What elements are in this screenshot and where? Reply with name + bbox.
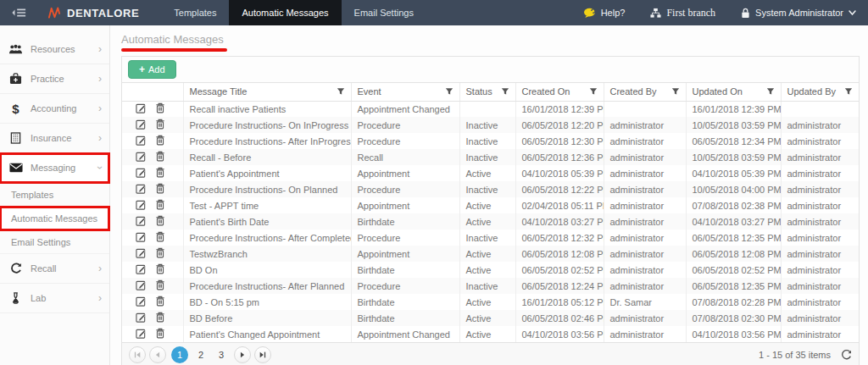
edit-button[interactable]: [136, 328, 147, 339]
sidebar-item-lab[interactable]: Lab ›: [0, 284, 109, 313]
edit-button[interactable]: [136, 215, 147, 226]
sidebar-item-practice[interactable]: Practice ›: [0, 64, 109, 94]
branch-selector[interactable]: First branch: [650, 7, 715, 19]
sidebar: Resources › Practice › $ Accounting ›: [0, 25, 110, 365]
sidebar-item-automatic-messages[interactable]: Automatic Messages: [0, 207, 109, 230]
delete-button[interactable]: [155, 312, 165, 323]
sidebar-item-resources[interactable]: Resources ›: [0, 35, 109, 64]
table-row: Patient's Changed AppointmentAppointment…: [122, 326, 859, 342]
edit-button[interactable]: [136, 167, 147, 178]
table-header-row: Message Title Event Status Created On Cr…: [122, 83, 859, 101]
cell-created-by: administrator: [604, 310, 686, 326]
filter-icon[interactable]: [445, 87, 453, 96]
edit-button[interactable]: [136, 102, 147, 113]
edit-button[interactable]: [136, 151, 147, 162]
page-number-3[interactable]: 3: [214, 346, 229, 363]
filter-icon[interactable]: [671, 87, 680, 96]
tab-templates[interactable]: Templates: [161, 0, 229, 25]
help-chat-icon: [583, 8, 596, 19]
cell-updated-by: administrator: [781, 133, 859, 149]
tab-automatic-messages[interactable]: Automatic Messages: [229, 0, 341, 25]
delete-button[interactable]: [155, 279, 165, 290]
cell-event: Birthdate: [351, 262, 459, 278]
filter-icon[interactable]: [337, 87, 345, 96]
trash-icon: [155, 328, 165, 339]
first-page-button[interactable]: [129, 346, 146, 363]
next-page-icon: [238, 351, 247, 359]
edit-button[interactable]: [136, 199, 147, 210]
refresh-button[interactable]: [841, 350, 852, 361]
delete-button[interactable]: [155, 296, 165, 307]
delete-button[interactable]: [155, 167, 165, 178]
delete-button[interactable]: [155, 119, 165, 130]
delete-button[interactable]: [155, 135, 165, 146]
column-label: Updated On: [693, 86, 743, 97]
user-menu[interactable]: System Administrator: [741, 8, 856, 19]
cell-status: Inactive: [459, 230, 515, 246]
delete-button[interactable]: [155, 215, 165, 226]
edit-button[interactable]: [136, 247, 147, 258]
delete-button[interactable]: [155, 183, 165, 194]
edit-button[interactable]: [136, 263, 147, 274]
filter-icon[interactable]: [766, 87, 775, 96]
last-page-button[interactable]: [254, 346, 271, 363]
sidebar-item-recall[interactable]: Recall ›: [0, 254, 109, 284]
sidebar-item-templates[interactable]: Templates: [0, 183, 109, 207]
edit-icon: [136, 199, 147, 210]
column-header-updated-on[interactable]: Updated On: [686, 83, 781, 101]
cell-event: Appointment Changed: [351, 101, 459, 117]
cell-status: Active: [459, 310, 515, 326]
delete-button[interactable]: [155, 328, 165, 339]
edit-icon: [136, 312, 147, 323]
next-page-button[interactable]: [234, 346, 251, 363]
tab-email-settings[interactable]: Email Settings: [342, 0, 426, 25]
edit-button[interactable]: [136, 312, 147, 323]
help-label: Help?: [601, 8, 626, 18]
cell-message-title: Recall inactive Patients: [183, 101, 351, 117]
edit-button[interactable]: [136, 279, 147, 290]
cell-message-title: Procedure Instructions- On InProgress: [183, 117, 351, 133]
row-actions-cell: [122, 246, 183, 262]
sidebar-item-messaging[interactable]: Messaging ›: [0, 153, 109, 183]
edit-button[interactable]: [136, 231, 147, 242]
column-header-status[interactable]: Status: [459, 83, 515, 101]
column-header-event[interactable]: Event: [351, 83, 459, 101]
brand[interactable]: DENTALORE: [37, 0, 161, 25]
help-button[interactable]: Help?: [583, 8, 626, 19]
edit-button[interactable]: [136, 183, 147, 194]
cell-updated-on: 06/05/2018 12:08 PM: [686, 246, 781, 262]
row-actions-cell: [122, 262, 183, 278]
filter-icon[interactable]: [501, 87, 509, 96]
delete-button[interactable]: [155, 231, 165, 242]
delete-button[interactable]: [155, 199, 165, 210]
column-header-created-on[interactable]: Created On: [515, 83, 604, 101]
filter-icon[interactable]: [844, 87, 853, 96]
medical-bag-icon: [8, 73, 23, 85]
edit-button[interactable]: [136, 296, 147, 307]
cell-updated-on: 07/08/2018 02:30 PM: [686, 310, 781, 326]
table-row: BD - On 5:15 pmBirthdateActive16/01/2018…: [122, 294, 859, 310]
sidebar-item-accounting[interactable]: $ Accounting ›: [0, 94, 109, 124]
column-header-updated-by[interactable]: Updated By: [781, 83, 859, 101]
delete-button[interactable]: [155, 151, 165, 162]
cell-message-title: Recall - Before: [183, 149, 351, 165]
sidebar-item-email-settings[interactable]: Email Settings: [0, 230, 109, 254]
edit-button[interactable]: [136, 135, 147, 146]
column-header-message-title[interactable]: Message Title: [183, 83, 351, 101]
column-header-created-by[interactable]: Created By: [604, 83, 686, 101]
delete-button[interactable]: [155, 263, 165, 274]
cell-status: Active: [459, 213, 515, 230]
cell-updated-on: 06/05/2018 12:35 PM: [686, 230, 781, 246]
sidebar-collapse-button[interactable]: [0, 0, 37, 25]
cell-status: Active: [459, 262, 515, 278]
page-number-2[interactable]: 2: [193, 346, 209, 363]
cell-created-by: administrator: [604, 133, 686, 149]
sidebar-item-insurance[interactable]: Insurance ›: [0, 124, 109, 153]
page-number-1[interactable]: 1: [171, 346, 188, 363]
edit-button[interactable]: [136, 119, 147, 130]
add-button[interactable]: + Add: [128, 60, 176, 79]
delete-button[interactable]: [155, 102, 165, 113]
prev-page-button[interactable]: [149, 346, 166, 363]
delete-button[interactable]: [155, 247, 165, 258]
filter-icon[interactable]: [589, 87, 598, 96]
